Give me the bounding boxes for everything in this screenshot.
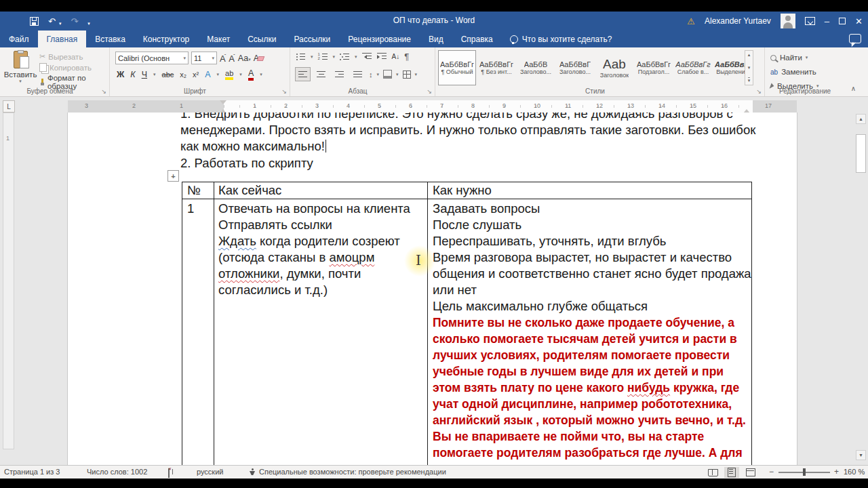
minimize-button[interactable]: – <box>825 17 829 26</box>
table-cell-current[interactable]: Отвечать на вопросы на клиентаОтправлять… <box>218 201 410 298</box>
scroll-up-button[interactable]: ▴ <box>856 114 866 124</box>
font-size-combo[interactable]: 11▾ <box>191 52 217 64</box>
multilevel-list-icon[interactable] <box>340 53 350 61</box>
proofing-icon[interactable] <box>168 468 170 478</box>
underline-button[interactable]: Ч <box>142 70 147 79</box>
italic-button[interactable]: К <box>130 70 135 79</box>
zoom-out-button[interactable]: − <box>769 467 774 476</box>
zoom-in-button[interactable]: + <box>834 467 839 476</box>
dialog-launcher-icon[interactable]: ↘ <box>281 88 287 95</box>
dialog-launcher-icon[interactable]: ↘ <box>101 88 106 95</box>
style-card[interactable]: АаБбВЗаголово... <box>517 50 555 85</box>
web-layout-button[interactable] <box>743 467 758 478</box>
style-card[interactable]: АаБбВвГгПодзагол... <box>635 50 673 85</box>
undo-dropdown-icon[interactable]: ▾ <box>59 21 62 26</box>
accessibility-status[interactable]: Специальные возможности: проверьте реком… <box>259 468 446 476</box>
document-page[interactable]: 1. Внедрить доработки по переписке. Это … <box>68 113 797 465</box>
vertical-ruler[interactable]: 1 <box>3 113 14 449</box>
zoom-level[interactable]: 160 % <box>844 468 865 476</box>
tab-Главная[interactable]: Главная <box>38 30 87 47</box>
tab-Конструктор[interactable]: Конструктор <box>134 30 198 47</box>
style-card[interactable]: AabЗаголовок <box>595 50 633 85</box>
table-header-needed[interactable]: Как нужно <box>433 182 492 199</box>
dialog-launcher-icon[interactable]: ↘ <box>427 88 432 95</box>
text-effects-button[interactable]: A <box>205 70 210 79</box>
restore-button[interactable] <box>839 18 846 24</box>
clear-formatting-button[interactable]: А <box>254 54 264 63</box>
paste-dropdown-icon[interactable]: ▾ <box>5 79 35 84</box>
bold-button[interactable]: Ж <box>117 70 124 79</box>
tab-Рецензирование[interactable]: Рецензирование <box>339 30 420 47</box>
style-card[interactable]: АаБбВвГгСлабое в... <box>674 50 712 85</box>
tab-Вставка[interactable]: Вставка <box>86 30 134 47</box>
tab-Рассылки[interactable]: Рассылки <box>285 30 339 47</box>
tab-Файл[interactable]: Файл <box>0 30 38 47</box>
style-card[interactable]: АаБбВвГЗаголово... <box>556 50 594 85</box>
tab-Вид[interactable]: Вид <box>420 30 452 47</box>
collapse-ribbon-icon[interactable]: ∧ <box>851 85 856 92</box>
avatar[interactable] <box>781 14 795 28</box>
tab-Макет[interactable]: Макет <box>198 30 239 47</box>
shrink-font-button[interactable]: Аˇ <box>229 53 235 64</box>
font-color-dropdown-icon[interactable]: ▾ <box>260 72 262 77</box>
vertical-scrollbar[interactable]: ▴ ▾ <box>855 97 867 465</box>
comment-icon[interactable] <box>849 34 861 43</box>
align-center-button[interactable] <box>314 68 328 81</box>
zoom-slider-thumb[interactable] <box>803 468 806 476</box>
line-spacing-icon[interactable]: ↕ <box>369 70 373 79</box>
tell-me-box[interactable]: Что вы хотите сделать? <box>502 30 620 47</box>
align-left-button[interactable] <box>296 68 310 81</box>
style-card[interactable]: АаБбВвГг¶ Без инт... <box>477 50 515 85</box>
tab-Справка[interactable]: Справка <box>452 30 502 47</box>
print-layout-button[interactable] <box>724 467 739 478</box>
warning-icon[interactable]: ⚠ <box>687 16 695 26</box>
qat-customize-icon[interactable]: ▾ <box>87 21 90 26</box>
font-family-combo[interactable]: Calibri (Основн▾ <box>115 52 189 64</box>
tab-stop-selector[interactable]: L <box>3 100 15 113</box>
scrollbar-thumb[interactable] <box>856 134 866 173</box>
change-case-button[interactable]: Аа▾ <box>238 54 251 63</box>
scroll-down-button[interactable]: ▾ <box>856 450 866 460</box>
superscript-button[interactable]: x² <box>193 70 199 79</box>
grow-font-button[interactable]: Аˆ <box>220 53 226 64</box>
undo-icon[interactable]: ↶ <box>48 17 56 26</box>
horizontal-ruler[interactable]: 321 12345678910111213141516 17 <box>68 100 797 113</box>
highlight-dropdown-icon[interactable]: ▾ <box>239 72 242 77</box>
align-right-button[interactable] <box>332 68 347 81</box>
paste-button[interactable]: Вставить ▾ <box>5 51 35 84</box>
table-header-current[interactable]: Как сейчас <box>218 182 281 199</box>
table-header-num[interactable]: № <box>187 182 201 199</box>
table-cell-needed[interactable]: Задавать вопросыПосле слушатьПереспрашив… <box>433 201 751 465</box>
shading-icon[interactable] <box>383 70 392 79</box>
page-indicator[interactable]: Страница 1 из 3 <box>4 468 60 476</box>
replace-button[interactable]: ab Заменить <box>770 66 819 78</box>
word-count[interactable]: Число слов: 1002 <box>87 468 147 476</box>
sort-icon[interactable]: А↓ <box>392 53 400 60</box>
highlight-button[interactable]: ab <box>225 70 233 80</box>
style-card[interactable]: АаБбВвГг¶ Обычный <box>438 50 476 85</box>
table-move-handle[interactable]: + <box>167 170 179 182</box>
borders-icon[interactable] <box>403 70 411 79</box>
numbered-list-icon[interactable]: 12 <box>318 53 328 61</box>
justify-button[interactable] <box>351 68 365 81</box>
close-button[interactable]: ✕ <box>855 17 863 26</box>
subscript-button[interactable]: x₂ <box>180 70 186 79</box>
decrease-indent-icon[interactable] <box>362 53 372 61</box>
bullet-list-icon[interactable] <box>296 53 306 61</box>
ribbon-display-options-icon[interactable] <box>805 17 815 25</box>
strikethrough-button[interactable]: abc <box>162 70 174 79</box>
dialog-launcher-icon[interactable]: ↘ <box>756 88 762 95</box>
text-effects-dropdown-icon[interactable]: ▾ <box>217 72 220 77</box>
styles-gallery-scroll[interactable]: ▴ ▾ ▾ <box>745 50 753 85</box>
account-name[interactable]: Alexander Yurtaev <box>705 16 771 26</box>
table-row-number[interactable]: 1 <box>187 201 194 217</box>
show-marks-icon[interactable]: ¶ <box>404 52 409 62</box>
font-color-button[interactable]: А <box>248 69 254 81</box>
read-mode-button[interactable] <box>705 467 720 478</box>
tab-Ссылки[interactable]: Ссылки <box>239 30 285 47</box>
increase-indent-icon[interactable] <box>377 53 387 61</box>
save-icon[interactable] <box>30 17 39 26</box>
underline-dropdown-icon[interactable]: ▾ <box>153 72 156 77</box>
find-button[interactable]: Найти▾ <box>770 52 819 64</box>
language-indicator[interactable]: русский <box>197 468 223 476</box>
